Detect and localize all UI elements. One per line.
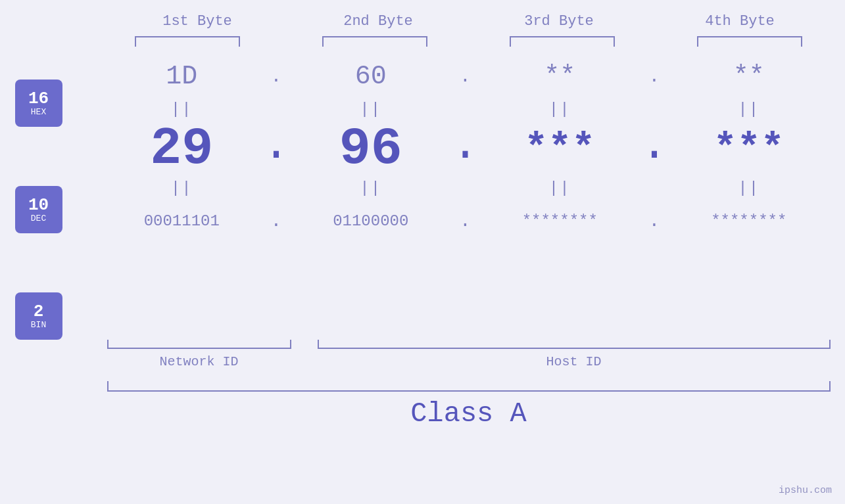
dot-hex-3: .	[641, 66, 667, 87]
header-byte4: 4th Byte	[667, 13, 812, 30]
dot-hex-2: .	[452, 66, 479, 87]
main-container: 1st Byte 2nd Byte 3rd Byte 4th Byte 16	[0, 0, 845, 504]
hex-badge: 16 HEX	[15, 80, 62, 127]
dot-dec-1: .	[263, 123, 289, 174]
dot-bin-3: .	[641, 211, 667, 231]
dot-dec-3: .	[641, 123, 667, 174]
dot-hex-1: .	[263, 66, 289, 87]
host-id-label: Host ID	[318, 354, 831, 369]
dot-bin-1: .	[263, 211, 289, 231]
equals-row-hex-dec: || || || ||	[101, 99, 831, 119]
hex-byte3: **	[479, 62, 642, 91]
header-byte1: 1st Byte	[125, 13, 270, 30]
bin-byte4: ********	[667, 212, 831, 230]
top-brackets	[107, 36, 831, 47]
class-bracket	[107, 381, 831, 392]
bottom-bracket-row: Network ID Host ID	[107, 340, 831, 369]
bin-byte3: ********	[479, 212, 642, 230]
host-bracket	[318, 340, 831, 349]
dec-byte4: ***	[667, 126, 831, 171]
class-section: Class A	[107, 381, 831, 430]
class-label: Class A	[410, 398, 526, 430]
hex-byte1: 1D	[101, 62, 264, 91]
byte-headers: 1st Byte 2nd Byte 3rd Byte 4th Byte	[107, 13, 831, 30]
bin-byte1: 00011101	[101, 212, 264, 230]
network-id-label: Network ID	[107, 354, 291, 369]
bottom-brackets	[107, 340, 831, 349]
equals-row-dec-bin: || || || ||	[101, 178, 831, 198]
network-bracket	[107, 340, 291, 349]
dec-byte3: ***	[479, 126, 642, 171]
data-rows: 1D . 60 . ** .	[101, 53, 831, 340]
id-labels-row: Network ID Host ID	[107, 354, 831, 369]
hex-byte2: 60	[289, 62, 452, 91]
watermark: ipshu.com	[779, 485, 832, 496]
bin-byte2: 01100000	[289, 212, 452, 230]
dec-byte2: 96	[289, 119, 452, 179]
badges-column: 16 HEX 10 DEC 2 BIN	[15, 53, 101, 340]
dot-dec-2: .	[452, 123, 479, 174]
header-byte3: 3rd Byte	[487, 13, 631, 30]
header-byte2: 2nd Byte	[306, 13, 450, 30]
main-area: 16 HEX 10 DEC 2 BIN 1D	[15, 53, 831, 340]
dec-row: 29 . 96 . *** . ***	[101, 119, 831, 178]
dec-badge: 10 DEC	[15, 186, 62, 233]
bin-row: 00011101 . 01100000 . ******** .	[101, 198, 831, 244]
dot-bin-2: .	[452, 211, 479, 231]
dec-byte1: 29	[101, 119, 264, 179]
hex-row: 1D . 60 . ** .	[101, 53, 831, 99]
bin-badge: 2 BIN	[15, 292, 62, 340]
hex-byte4: **	[667, 62, 831, 91]
